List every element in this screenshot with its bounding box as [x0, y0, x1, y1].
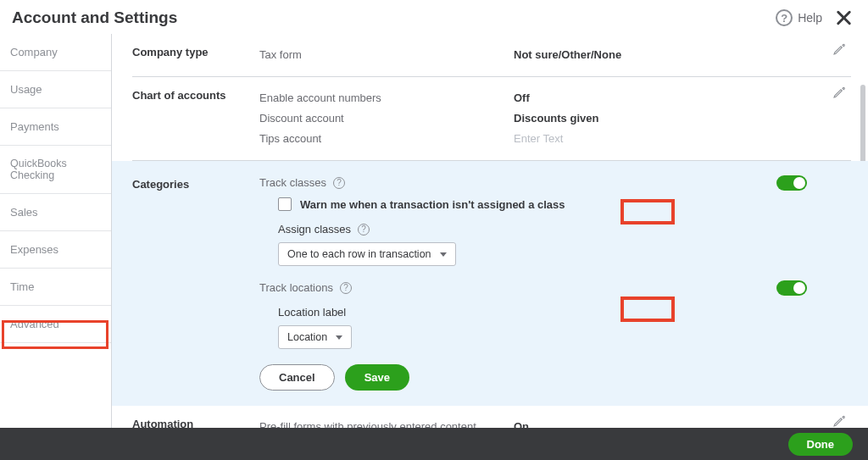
location-label-value: Location — [287, 331, 327, 343]
edit-icon[interactable] — [832, 414, 846, 428]
field-label-prefill: Pre-fill forms with previously entered c… — [259, 420, 514, 429]
footer-bar: Done — [0, 428, 868, 460]
help-icon[interactable]: ? — [358, 224, 370, 236]
section-title-categories: Categories — [132, 176, 259, 391]
chevron-down-icon — [336, 335, 342, 340]
sidebar-item-expenses[interactable]: Expenses — [0, 231, 111, 269]
chevron-down-icon — [440, 252, 447, 257]
field-value-discount: Discounts given — [514, 112, 598, 125]
sidebar: Company Usage Payments QuickBooks Checki… — [0, 34, 112, 428]
section-title-chart: Chart of accounts — [132, 87, 259, 148]
edit-icon[interactable] — [832, 42, 846, 56]
sidebar-item-payments[interactable]: Payments — [0, 108, 111, 146]
field-label-tips: Tips account — [259, 132, 514, 145]
location-label-label: Location label — [278, 306, 851, 319]
close-icon[interactable] — [834, 8, 853, 27]
section-company-type: Company type Tax form Not sure/Other/Non… — [132, 34, 851, 77]
section-automation: Automation Pre-fill forms with previousl… — [132, 406, 851, 428]
field-value-tax-form: Not sure/Other/None — [514, 48, 621, 61]
assign-classes-label: Assign classes — [278, 223, 351, 236]
sidebar-item-sales[interactable]: Sales — [0, 194, 111, 231]
section-chart-of-accounts: Chart of accounts Enable account numbers… — [132, 77, 851, 161]
section-categories: Categories Track classes ? Warn me when … — [112, 161, 868, 406]
field-label-enable-numbers: Enable account numbers — [259, 91, 514, 104]
cancel-button[interactable]: Cancel — [259, 364, 335, 391]
help-icon[interactable]: ? — [333, 177, 345, 189]
section-title-automation: Automation — [132, 416, 259, 428]
done-button[interactable]: Done — [788, 433, 854, 456]
track-classes-toggle[interactable] — [776, 175, 807, 191]
help-link[interactable]: ? Help — [776, 9, 822, 26]
help-icon: ? — [776, 9, 793, 26]
warn-unassigned-class-checkbox[interactable] — [278, 197, 292, 211]
warn-unassigned-class-label: Warn me when a transaction isn't assigne… — [300, 198, 565, 211]
field-value-prefill: On — [514, 420, 529, 429]
save-button[interactable]: Save — [345, 364, 409, 391]
help-icon[interactable]: ? — [340, 282, 352, 294]
track-classes-label: Track classes — [259, 176, 326, 189]
sidebar-item-usage[interactable]: Usage — [0, 71, 111, 108]
field-label-tax-form: Tax form — [259, 48, 514, 61]
sidebar-item-advanced[interactable]: Advanced — [0, 306, 111, 343]
track-locations-label: Track locations — [259, 281, 333, 294]
field-label-discount: Discount account — [259, 112, 514, 125]
sidebar-item-time[interactable]: Time — [0, 269, 111, 306]
sidebar-item-company[interactable]: Company — [0, 34, 111, 71]
field-value-enable-numbers: Off — [514, 91, 530, 104]
field-placeholder-tips: Enter Text — [514, 132, 563, 145]
assign-classes-select[interactable]: One to each row in transaction — [278, 242, 456, 266]
assign-classes-value: One to each row in transaction — [287, 248, 431, 260]
help-label: Help — [798, 11, 822, 25]
page-title: Account and Settings — [12, 8, 177, 27]
content-area: Company type Tax form Not sure/Other/Non… — [112, 34, 868, 428]
sidebar-item-quickbooks-checking[interactable]: QuickBooks Checking — [0, 146, 111, 194]
edit-icon[interactable] — [832, 86, 846, 99]
track-locations-toggle[interactable] — [776, 280, 807, 296]
section-title-company-type: Company type — [132, 44, 259, 64]
location-label-select[interactable]: Location — [278, 325, 352, 349]
